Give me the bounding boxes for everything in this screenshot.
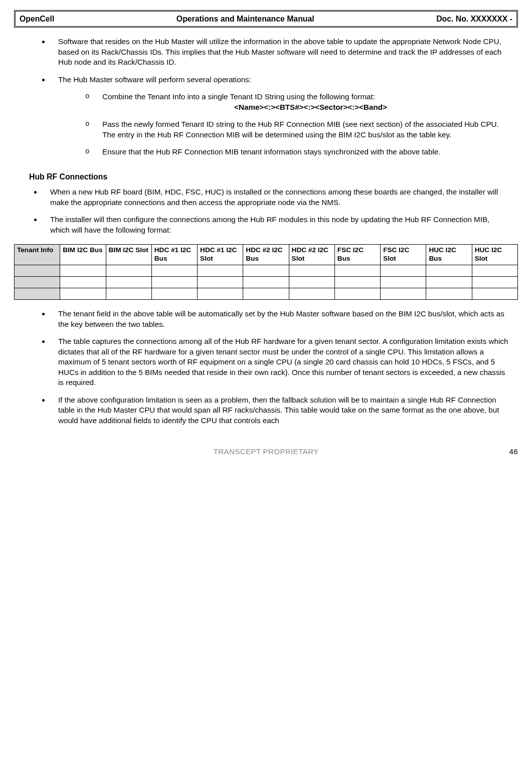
table-cell — [472, 265, 517, 277]
header-center: Operations and Maintenance Manual — [176, 14, 314, 24]
table-header-row: Tenant Info BIM I2C Bus BIM I2C Slot HDC… — [15, 245, 518, 265]
table-cell — [151, 277, 197, 288]
table-cell — [243, 277, 289, 288]
table-cell — [15, 277, 60, 288]
table-cell — [334, 288, 380, 300]
table-cell — [106, 265, 151, 277]
table-cell — [334, 277, 380, 288]
table-cell — [381, 265, 426, 277]
table-header-cell: FSC I2C Slot — [381, 245, 426, 265]
table-header-cell: HDC #1 I2C Bus — [151, 245, 197, 265]
header-left: OpenCell — [20, 14, 54, 24]
bottom-bullet-list: The tenant field in the above table will… — [14, 309, 509, 426]
table-cell — [106, 277, 151, 288]
table-cell — [472, 277, 517, 288]
table-cell — [289, 288, 334, 300]
table-cell — [334, 265, 380, 277]
sub-bullet-item: Ensure that the Hub RF Connection MIB te… — [85, 147, 509, 157]
top-bullet-list: Software that resides on the Hub Master … — [14, 37, 509, 157]
table-header-cell: HDC #2 I2C Slot — [289, 245, 334, 265]
table-cell — [243, 288, 289, 300]
table-header-cell: HUC I2C Slot — [472, 245, 517, 265]
table-row — [15, 288, 518, 300]
table-header-cell: Tenant Info — [15, 245, 60, 265]
table-cell — [15, 265, 60, 277]
table-header-cell: HUC I2C Bus — [426, 245, 472, 265]
table-cell — [289, 277, 334, 288]
sub-bullet-list: Combine the Tenant Info into a single Te… — [58, 92, 509, 157]
table-cell — [243, 265, 289, 277]
footer-center: TRANSCEPT PROPRIETARY — [214, 447, 319, 456]
table-cell — [198, 265, 243, 277]
bullet-item: When a new Hub RF board (BIM, HDC, FSC, … — [42, 187, 509, 208]
hub-rf-connection-table: Tenant Info BIM I2C Bus BIM I2C Slot HDC… — [14, 244, 518, 300]
table-cell — [426, 265, 472, 277]
table-cell — [60, 265, 106, 277]
page-number: 46 — [509, 447, 518, 457]
table-cell — [60, 288, 106, 300]
table-cell — [198, 277, 243, 288]
table-header-cell: HDC #1 I2C Slot — [198, 245, 243, 265]
table-cell — [151, 288, 197, 300]
bullet-item: The installer will then configure the co… — [42, 215, 509, 235]
page-footer: TRANSCEPT PROPRIETARY 46 — [14, 447, 518, 457]
bullet-item: Software that resides on the Hub Master … — [50, 37, 509, 68]
table-cell — [381, 288, 426, 300]
table-cell — [426, 288, 472, 300]
bullet-item: The table captures the connections among… — [50, 336, 509, 388]
table-header-cell: BIM I2C Slot — [106, 245, 151, 265]
sub-bullet-text: Combine the Tenant Info into a single Te… — [102, 92, 375, 101]
table-cell — [426, 277, 472, 288]
table-cell — [472, 288, 517, 300]
page-header: OpenCell Operations and Maintenance Manu… — [14, 10, 518, 28]
table-row — [15, 277, 518, 288]
table-row — [15, 265, 518, 277]
header-right: Doc. No. XXXXXXX - — [436, 14, 512, 24]
sub-bullet-item: Pass the newly formed Tenant ID string t… — [85, 119, 509, 140]
table-cell — [151, 265, 197, 277]
table-cell — [289, 265, 334, 277]
table-cell — [60, 277, 106, 288]
tenant-id-format: <Name><:><BTS#><:><Sector><:><Band> — [112, 102, 509, 113]
bullet-item: If the above configuration limitation is… — [50, 395, 509, 426]
table-header-cell: BIM I2C Bus — [60, 245, 106, 265]
section-heading-hub-rf: Hub RF Connections — [29, 171, 518, 182]
table-cell — [15, 288, 60, 300]
mid-bullet-list: When a new Hub RF board (BIM, HDC, FSC, … — [14, 187, 509, 235]
table-cell — [106, 288, 151, 300]
table-header-cell: HDC #2 I2C Bus — [243, 245, 289, 265]
table-cell — [198, 288, 243, 300]
bullet-item: The Hub Master software will perform sev… — [50, 75, 509, 157]
sub-bullet-item: Combine the Tenant Info into a single Te… — [85, 92, 509, 112]
bullet-text: The Hub Master software will perform sev… — [58, 75, 251, 84]
table-cell — [381, 277, 426, 288]
bullet-item: The tenant field in the above table will… — [50, 309, 509, 329]
table-header-cell: FSC I2C Bus — [334, 245, 380, 265]
